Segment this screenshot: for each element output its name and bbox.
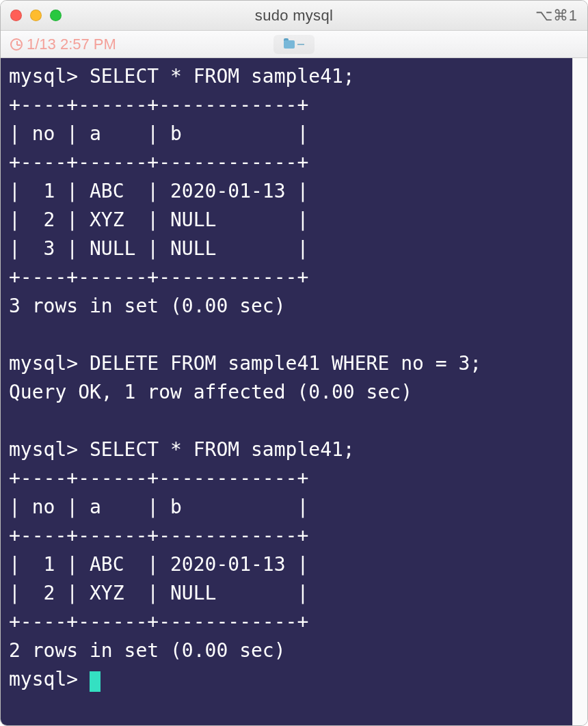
scrollbar[interactable] bbox=[572, 58, 587, 725]
dash-icon bbox=[297, 44, 304, 45]
app-window: sudo mysql ⌥⌘1 1/13 2:57 PM mysql> SELEC… bbox=[0, 0, 588, 726]
timestamp-text: 1/13 2:57 PM bbox=[27, 36, 116, 53]
window-title: sudo mysql bbox=[1, 7, 587, 25]
folder-chip[interactable] bbox=[273, 35, 315, 54]
cursor bbox=[90, 671, 101, 692]
clock-icon bbox=[10, 38, 23, 51]
terminal-output[interactable]: mysql> SELECT * FROM sample41; +----+---… bbox=[1, 58, 572, 725]
timestamp-badge[interactable]: 1/13 2:57 PM bbox=[10, 36, 116, 53]
toolbar: 1/13 2:57 PM bbox=[1, 31, 587, 58]
window-body: mysql> SELECT * FROM sample41; +----+---… bbox=[1, 58, 587, 725]
current-prompt: mysql> bbox=[9, 668, 90, 690]
window-shortcut: ⌥⌘1 bbox=[535, 7, 578, 25]
folder-icon bbox=[284, 40, 295, 49]
titlebar[interactable]: sudo mysql ⌥⌘1 bbox=[1, 1, 587, 31]
